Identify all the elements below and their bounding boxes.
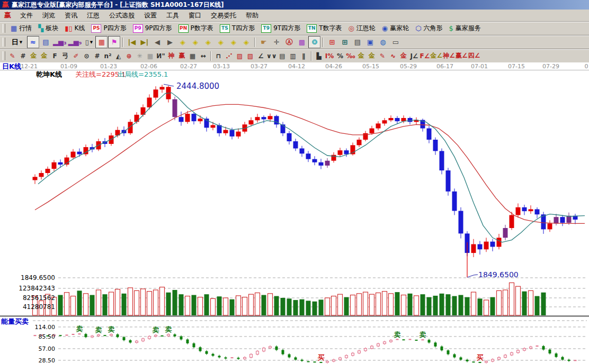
ying-icon[interactable]: 赢 <box>177 51 187 61</box>
next-icon[interactable]: ▶ <box>164 36 176 48</box>
grid-dark-icon[interactable]: ▦ <box>188 51 198 61</box>
toolbar-button-winner-service[interactable]: $赢家服务 <box>447 23 484 33</box>
toolbar-button-p-square[interactable]: PSP四方形 <box>88 23 129 33</box>
save-net-icon[interactable]: ◍ <box>377 36 389 48</box>
gold-red-icon[interactable]: 金 <box>399 51 409 61</box>
toolbar-button-t-square[interactable]: TST四方形 <box>217 23 257 33</box>
shen-angle-icon[interactable]: 神∠ <box>443 51 455 61</box>
gold-grid-2-icon[interactable]: 金 <box>39 51 49 61</box>
menu-item-2[interactable]: 资讯 <box>60 10 82 21</box>
slashes-icon[interactable]: ∥ <box>299 51 309 61</box>
angle-a-icon[interactable]: ◭ <box>113 51 123 61</box>
wave-n-icon[interactable]: И" <box>156 51 166 61</box>
menu-item-0[interactable]: 文件 <box>15 10 38 21</box>
menu-item-3[interactable]: 江恩 <box>82 10 104 21</box>
j-angle-icon[interactable]: J∠ <box>409 51 420 61</box>
first-page-icon[interactable]: |◀ <box>126 36 138 48</box>
ying-angle-icon[interactable]: 赢∠ <box>456 51 468 61</box>
brain-icon[interactable]: ❂ <box>308 36 320 48</box>
grid-red-2-icon[interactable]: ▧ <box>245 51 255 61</box>
menu-item-9[interactable]: 帮助 <box>241 10 263 21</box>
bow-grid-icon[interactable]: 弓 <box>60 51 70 61</box>
zigzag-icon[interactable]: ∨∨ <box>266 51 277 61</box>
menu-item-4[interactable]: 公式选股 <box>104 10 139 21</box>
red-grid-icon[interactable]: ▦ <box>95 36 108 48</box>
menu-item-6[interactable]: 工具 <box>162 10 184 21</box>
measure-icon[interactable]: ✎ <box>378 51 388 61</box>
toolbar-button-p-table[interactable]: PNP数字表 <box>176 23 216 33</box>
shen-icon[interactable]: 神 <box>166 51 176 61</box>
box-rule-icon[interactable]: ⊓ <box>213 51 224 61</box>
toolbar-grip[interactable] <box>3 38 5 47</box>
hand-tool-icon[interactable]: ☛ <box>257 36 270 48</box>
pct-red-icon[interactable]: Ⅰ% <box>325 51 335 61</box>
9t-square-label: 9T四方形 <box>273 24 300 33</box>
diamond-in-icon[interactable]: ◈ <box>215 36 227 48</box>
last-page-icon[interactable]: ▶| <box>138 36 150 48</box>
wheel-gray-icon[interactable]: ✳ <box>135 51 145 61</box>
chart-3-icon[interactable]: ▂▅₃ <box>52 36 67 48</box>
grid-gray-icon[interactable]: ▦ <box>145 51 155 61</box>
lines-1-icon[interactable]: ▤ <box>278 51 288 61</box>
toolbar-grip[interactable] <box>3 51 5 60</box>
gold-grid-1-icon[interactable]: 金 <box>29 51 39 61</box>
lines-2-icon[interactable]: ▥ <box>288 51 298 61</box>
pen-red-icon[interactable]: ✐ <box>71 51 81 61</box>
menu-item-7[interactable]: 窗口 <box>184 10 206 21</box>
grid-red-1-icon[interactable]: ▨ <box>235 51 245 61</box>
gold-circ-icon[interactable]: 金 <box>356 51 367 61</box>
permille-icon[interactable]: ‰ <box>346 51 356 61</box>
diamond-left-icon[interactable]: ◈ <box>176 36 189 48</box>
toolbar-button-9t-square[interactable]: T99T四方形 <box>258 23 303 33</box>
matrix-icon[interactable]: ⊞ <box>338 36 351 48</box>
gold-lines-icon[interactable]: 金 <box>367 51 377 61</box>
save-icon[interactable]: ▣ <box>364 36 376 48</box>
menu-item-5[interactable]: 设置 <box>139 10 162 21</box>
target-icon[interactable]: ⊕ <box>124 51 134 61</box>
diamond-h-icon[interactable]: ◈ <box>202 36 214 48</box>
hist-icon[interactable]: ▙ <box>314 51 324 61</box>
diamond-out-icon[interactable]: ◈ <box>227 36 239 48</box>
toolbar-button-gann-wheel[interactable]: ◎江恩轮 <box>346 23 378 33</box>
toolbar-button-t-table[interactable]: TNT数字表 <box>304 23 344 33</box>
wave-red-icon[interactable]: ∿ <box>388 51 398 61</box>
menu-item-1[interactable]: 浏览 <box>38 10 60 21</box>
menu-item-8[interactable]: 交易委托 <box>206 10 241 21</box>
calendar-21-icon[interactable]: ⊞ <box>326 36 338 48</box>
pencil-icon[interactable]: ✎ <box>7 51 17 61</box>
zoom-a-icon[interactable]: Ⓐ <box>283 36 295 48</box>
kline-chart[interactable]: 卖卖卖卖卖买卖卖买12-2101-0901-2302-0602-2703-130… <box>0 62 589 364</box>
angle-icon[interactable]: ∠ <box>256 51 266 61</box>
n2-icon[interactable]: n² <box>103 51 113 61</box>
info-panel-icon[interactable]: ▤ <box>40 36 52 48</box>
toolbar-button-hexagon[interactable]: ⬡六角形 <box>413 23 445 33</box>
pattern-icon[interactable]: ▩ <box>296 36 308 48</box>
circle-rule-icon[interactable]: ⊙ <box>82 51 92 61</box>
fan-lines-icon[interactable]: ⋰ <box>224 51 234 61</box>
h-arrows-icon[interactable]: ↔ <box>198 51 208 61</box>
pct-icon[interactable]: % <box>335 51 345 61</box>
line-style-icon[interactable]: ≈ <box>27 36 39 48</box>
toolbar-button-winner-wheel[interactable]: ◉赢家轮 <box>379 23 412 33</box>
diamond-right-icon[interactable]: ◈ <box>189 36 201 48</box>
si-angle-icon[interactable]: 四∠ <box>468 51 480 61</box>
period-selector[interactable]: 日▼ <box>7 36 26 48</box>
toolbar-button-sectors[interactable]: ▚板块 <box>35 23 61 33</box>
candle-type-icon[interactable]: ▯▼ <box>83 36 95 48</box>
f-angle-icon[interactable]: F∠ <box>420 51 430 61</box>
flag-icon[interactable]: ⚑ <box>108 36 120 48</box>
hash2-icon[interactable]: # <box>92 51 102 61</box>
toolbar-button-quotes[interactable]: ▦行情 <box>8 23 34 33</box>
toolbar-grip[interactable] <box>3 24 5 33</box>
toolbar-button-9p-square[interactable]: P99P四方形 <box>130 23 175 33</box>
notes-icon[interactable]: ▤ <box>351 36 363 48</box>
prev-icon[interactable]: ◀ <box>151 36 163 48</box>
diamond-cross-icon[interactable]: ◈ <box>240 36 252 48</box>
gold-angle-icon[interactable]: 金∠ <box>431 51 443 61</box>
f-grid-icon[interactable]: F <box>50 51 60 61</box>
toolbar-button-kline[interactable]: ▮▯K线 <box>62 23 87 33</box>
print-icon[interactable]: ▭ <box>389 36 401 48</box>
chart-9-icon[interactable]: ▂▅₉ <box>68 36 83 48</box>
crosshair-icon[interactable]: ✛ <box>270 36 282 48</box>
hash-icon[interactable]: # <box>18 51 28 61</box>
